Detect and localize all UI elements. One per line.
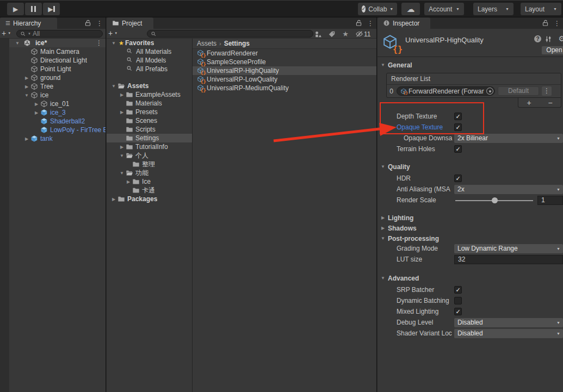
favorite-item-all-materials[interactable]: All Materials: [107, 47, 192, 56]
scene-header-row[interactable]: ▼ ice* ⋮: [9, 39, 106, 47]
create-object-button[interactable]: +▼: [2, 29, 11, 37]
hidden-items-toggle[interactable]: 11: [355, 30, 370, 38]
folder-item-个人[interactable]: ▼个人: [107, 151, 192, 160]
add-element-button[interactable]: +: [527, 99, 531, 107]
tab-inspector[interactable]: Inspector: [378, 17, 430, 29]
folder-item-settings[interactable]: Settings: [107, 134, 192, 142]
dropdown[interactable]: Disabled▼: [454, 318, 563, 327]
unlock-icon[interactable]: [355, 20, 362, 27]
property-label[interactable]: Opaque Texture: [397, 123, 454, 131]
hierarchy-item-ice-01[interactable]: ▶ice_01: [9, 99, 106, 108]
asset-row-universalrp-highquality[interactable]: {}UniversalRP-HighQuality: [193, 66, 376, 75]
section-general[interactable]: ▼ General: [378, 60, 563, 70]
chevron-right-icon[interactable]: ▶: [118, 145, 126, 150]
hierarchy-item-lowpoly-firtree-e[interactable]: LowPoly - FirTree E: [9, 126, 106, 134]
layout-dropdown[interactable]: Layout ▼: [521, 3, 561, 15]
section-quality[interactable]: ▼ Quality: [378, 162, 563, 171]
remove-element-button[interactable]: −: [548, 99, 552, 107]
hierarchy-search-input[interactable]: ▼ All: [16, 30, 103, 38]
asset-row-samplesceneprofile[interactable]: {}SampleSceneProfile: [193, 58, 376, 66]
object-picker-icon[interactable]: [486, 88, 493, 95]
hierarchy-item-ice-3[interactable]: ▶ice_3: [9, 108, 106, 117]
chevron-down-icon[interactable]: ▼: [14, 41, 21, 46]
hierarchy-item-shaderball2[interactable]: Shaderball2: [9, 117, 106, 126]
hierarchy-item-tree[interactable]: ▶Tree: [9, 82, 106, 91]
folder-item-tutorialinfo[interactable]: ▶TutorialInfo: [107, 142, 192, 151]
section-post-processing[interactable]: ▼ Post-processing: [378, 234, 563, 243]
unlock-icon[interactable]: [542, 20, 549, 27]
checkbox[interactable]: ✓: [454, 175, 462, 182]
hierarchy-item-main-camera[interactable]: Main Camera: [9, 47, 106, 56]
folder-item-packages[interactable]: ▶Packages: [107, 195, 192, 203]
pause-button[interactable]: [25, 3, 42, 15]
asset-row-forwardrenderer[interactable]: {}ForwardRenderer: [193, 49, 376, 58]
search-by-label-icon[interactable]: [328, 30, 336, 38]
slider-handle[interactable]: [492, 197, 498, 203]
tab-hierarchy[interactable]: ☰ Hierarchy: [0, 17, 57, 29]
section-shadows[interactable]: ▶ Shadows: [378, 223, 563, 233]
gear-icon[interactable]: ⚙: [558, 34, 563, 43]
chevron-down-icon[interactable]: ▼: [110, 41, 117, 46]
hierarchy-item-tank[interactable]: ▶tank: [9, 134, 106, 143]
slider[interactable]: [454, 196, 534, 205]
chevron-right-icon[interactable]: ▶: [23, 76, 30, 80]
open-button[interactable]: Open: [541, 46, 563, 55]
chevron-right-icon[interactable]: ▶: [23, 84, 30, 89]
collab-button[interactable]: ✓ Collab ▼: [358, 3, 397, 15]
favorite-item-all-models[interactable]: All Models: [107, 56, 192, 65]
help-icon[interactable]: ?: [534, 35, 541, 42]
section-lighting[interactable]: ▶ Lighting: [378, 213, 563, 222]
chevron-right-icon[interactable]: ▶: [125, 179, 132, 184]
folder-item-exampleassets[interactable]: ▶ExampleAssets: [107, 90, 192, 99]
dropdown[interactable]: Low Dynamic Range▼: [454, 244, 563, 253]
tab-project[interactable]: Project: [107, 17, 153, 29]
checkbox[interactable]: ✓: [454, 286, 462, 294]
folder-item-scripts[interactable]: Scripts: [107, 125, 192, 134]
element-menu-icon[interactable]: ⋮: [542, 86, 552, 96]
chevron-down-icon[interactable]: ▼: [118, 153, 126, 158]
create-asset-button[interactable]: +▼: [108, 29, 117, 37]
hierarchy-item-point-light[interactable]: Point Light: [9, 65, 106, 73]
chevron-down-icon[interactable]: ▼: [23, 93, 30, 98]
renderer-object-field[interactable]: {} ForwardRenderer (Forwar: [397, 86, 495, 96]
breadcrumb-root[interactable]: Assets: [197, 40, 216, 47]
checkbox[interactable]: ✓: [454, 145, 462, 153]
hierarchy-item-directional-light[interactable]: Directional Light: [9, 56, 106, 65]
folder-item-scenes[interactable]: Scenes: [107, 116, 192, 125]
save-search-icon[interactable]: ★: [342, 30, 349, 38]
play-button[interactable]: ▶: [7, 3, 24, 15]
chevron-right-icon[interactable]: ▶: [33, 110, 40, 115]
folder-item-assets[interactable]: ▼Assets: [107, 82, 192, 90]
chevron-right-icon[interactable]: ▶: [118, 92, 126, 97]
asset-row-universalrp-lowquality[interactable]: {}UniversalRP-LowQuality: [193, 75, 376, 84]
cloud-button[interactable]: ☁: [401, 3, 420, 15]
folder-item-ice[interactable]: ▶Ice: [107, 177, 192, 186]
hierarchy-item-ice[interactable]: ▼ice: [9, 91, 106, 99]
checkbox[interactable]: ✓: [454, 123, 462, 131]
slider-value-field[interactable]: 1: [537, 196, 563, 205]
dropdown[interactable]: 2x Bilinear▼: [454, 134, 563, 143]
chevron-right-icon[interactable]: ▶: [118, 110, 126, 115]
chevron-right-icon[interactable]: ▶: [33, 102, 40, 107]
checkbox[interactable]: ✓: [454, 308, 462, 315]
chevron-down-icon[interactable]: ▼: [110, 84, 117, 89]
step-button[interactable]: ▶: [43, 3, 60, 15]
chevron-right-icon[interactable]: ▶: [110, 197, 117, 202]
default-button[interactable]: Default: [498, 86, 539, 96]
project-search-input[interactable]: [147, 30, 313, 38]
panel-menu-icon[interactable]: ⋮: [367, 20, 374, 27]
folder-item-presets[interactable]: ▶Presets: [107, 108, 192, 116]
dropdown[interactable]: 2x▼: [454, 185, 563, 194]
folder-item-功能[interactable]: ▼功能: [107, 169, 192, 177]
unlock-icon[interactable]: [84, 20, 91, 27]
favorite-item-all-prefabs[interactable]: All Prefabs: [107, 65, 192, 73]
scene-menu-icon[interactable]: ⋮: [96, 39, 102, 47]
panel-menu-icon[interactable]: ⋮: [96, 20, 103, 27]
checkbox[interactable]: ✓: [454, 113, 462, 120]
folder-item-整理[interactable]: 整理: [107, 160, 192, 169]
asset-row-universalrp-mediumquality[interactable]: {}UniversalRP-MediumQuality: [193, 84, 376, 92]
panel-menu-icon[interactable]: ⋮: [554, 20, 560, 27]
text-field[interactable]: 32: [454, 255, 563, 264]
folder-item-materials[interactable]: Materials: [107, 99, 192, 108]
presets-icon[interactable]: [545, 35, 552, 43]
